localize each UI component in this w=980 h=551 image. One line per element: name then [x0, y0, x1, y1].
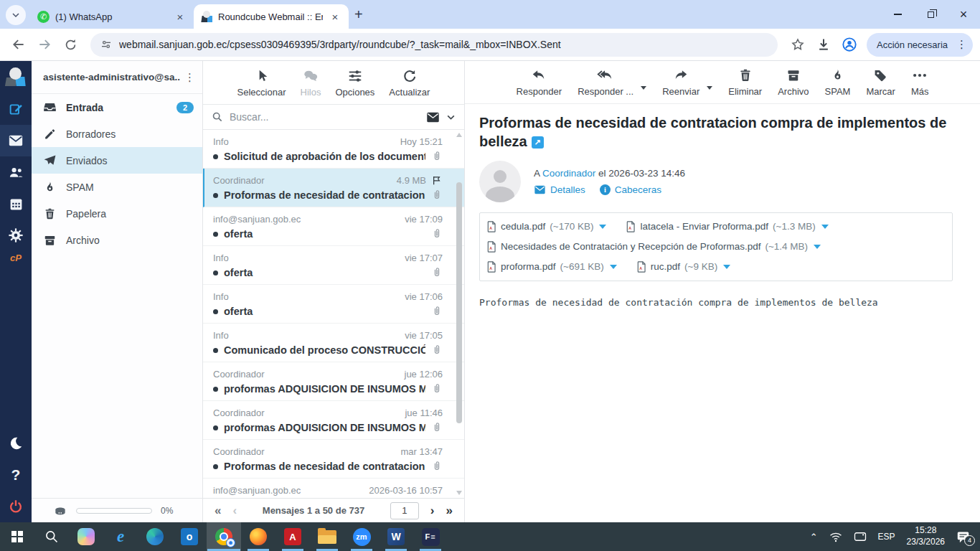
scroll-up-icon[interactable]: [456, 133, 462, 137]
folder-spam[interactable]: SPAM: [32, 174, 202, 200]
action-needed-button[interactable]: Acción necesaria ⋮: [867, 33, 973, 57]
attachment-ruc[interactable]: A ruc.pdf (~9 KB): [637, 257, 730, 277]
copilot-button[interactable]: [69, 522, 103, 551]
message-row[interactable]: info@sanjuan.gob.ec2026-03-16 10:57: [203, 479, 464, 498]
message-row[interactable]: Coordinadorjue 11:46 proformas ADQUISICI…: [203, 401, 464, 440]
start-button[interactable]: [0, 522, 34, 551]
reload-button[interactable]: [59, 33, 82, 56]
window-restore-button[interactable]: [914, 0, 947, 29]
tab-roundcube[interactable]: Roundcube Webmail :: Enviados ×: [194, 4, 349, 29]
window-close-button[interactable]: ×: [947, 0, 980, 29]
folder-papelera[interactable]: Papelera: [32, 200, 202, 227]
file-explorer-button[interactable]: [310, 522, 344, 551]
profile-button[interactable]: [838, 33, 861, 56]
hidden-icons-button[interactable]: ⌃: [810, 532, 818, 542]
outlook-button[interactable]: o: [172, 522, 207, 551]
tab-close-icon[interactable]: ×: [329, 11, 341, 23]
meet-now-icon[interactable]: [854, 532, 867, 542]
contacts-nav-button[interactable]: [0, 156, 32, 188]
search-scope-envelope-icon[interactable]: [426, 112, 440, 123]
taskbar-search-button[interactable]: [34, 522, 69, 551]
chrome-button[interactable]: ☻: [207, 522, 241, 551]
message-row[interactable]: Infovie 17:05 Comunicado del proceso CON…: [203, 324, 464, 362]
prev-page-button[interactable]: ‹: [232, 504, 237, 518]
details-link[interactable]: Detalles: [534, 184, 585, 195]
compose-button[interactable]: [0, 93, 32, 125]
last-page-button[interactable]: »: [446, 504, 453, 518]
message-row-selected[interactable]: Coordinador4.9 MB Proformas de necesidad…: [203, 169, 464, 207]
window-minimize-button[interactable]: [881, 0, 914, 29]
list-scrollbar[interactable]: [456, 131, 463, 496]
first-page-button[interactable]: «: [215, 504, 221, 518]
delete-button[interactable]: Eliminar: [728, 67, 762, 97]
folder-entrada[interactable]: Entrada 2: [32, 94, 202, 121]
forward-button[interactable]: Reenviar: [662, 67, 699, 97]
options-button[interactable]: Opciones: [335, 68, 374, 98]
scroll-down-icon[interactable]: [456, 491, 462, 495]
forward-dropdown-icon[interactable]: [707, 86, 712, 90]
message-row[interactable]: Infovie 17:07 oferta: [203, 246, 464, 285]
more-button[interactable]: Más: [911, 67, 929, 97]
folder-borradores[interactable]: Borradores: [32, 121, 202, 147]
message-row[interactable]: Coordinadorjue 12:06 proformas ADQUISICI…: [203, 362, 464, 401]
reply-all-dropdown-icon[interactable]: [641, 86, 646, 90]
reply-all-button[interactable]: Responder ...: [578, 67, 633, 97]
folder-archivo[interactable]: Archivo: [32, 227, 202, 253]
logout-button[interactable]: [0, 491, 32, 522]
forward-button[interactable]: [33, 33, 56, 56]
dark-mode-button[interactable]: [0, 428, 32, 459]
message-row[interactable]: InfoHoy 15:21 Solicitud de aprobación de…: [203, 130, 464, 169]
firefox-button[interactable]: [241, 522, 275, 551]
mail-nav-button[interactable]: [0, 125, 32, 156]
wifi-icon[interactable]: [829, 532, 842, 542]
attachment-menu-icon[interactable]: [814, 245, 821, 249]
attachment-cedula[interactable]: A cedula.pdf (~170 KB): [487, 217, 606, 237]
internet-explorer-button[interactable]: e: [103, 522, 138, 551]
calendar-nav-button[interactable]: [0, 188, 32, 220]
account-menu-icon[interactable]: ⋮: [184, 71, 195, 84]
zoom-button[interactable]: zm: [344, 522, 379, 551]
taskbar-clock[interactable]: 15:28 23/3/2026: [907, 525, 945, 547]
account-header[interactable]: asistente-administrativo@sa... ⋮: [32, 61, 202, 94]
url-bar[interactable]: webmail.sanjuan.gob.ec/cpsess0309469395/…: [90, 33, 778, 57]
attachment-proforma[interactable]: A proforma.pdf (~691 KB): [487, 257, 617, 277]
new-tab-button[interactable]: +: [354, 6, 363, 23]
attachment-menu-icon[interactable]: [821, 225, 829, 229]
message-row[interactable]: info@sanjuan.gob.ecvie 17:09 oferta: [203, 207, 464, 246]
reply-button[interactable]: Responder: [517, 67, 562, 97]
scrollbar-thumb[interactable]: [456, 182, 462, 423]
attachment-menu-icon[interactable]: [599, 225, 606, 229]
tab-whatsapp[interactable]: ✆ (1) WhatsApp ×: [30, 4, 194, 29]
attachment-latacela[interactable]: A latacela - Enviar Proforma.pdf (~1.3 M…: [626, 217, 828, 237]
help-button[interactable]: ?: [0, 459, 32, 491]
next-page-button[interactable]: ›: [430, 504, 435, 518]
fes-app-button[interactable]: F≡: [413, 522, 448, 551]
language-indicator[interactable]: ESP: [878, 532, 895, 542]
tab-search-button[interactable]: [6, 5, 26, 25]
spam-button[interactable]: SPAM: [825, 67, 851, 97]
archive-button[interactable]: Archivo: [778, 67, 809, 97]
threads-button[interactable]: Hilos: [301, 68, 321, 98]
page-number-input[interactable]: [390, 502, 419, 519]
recipient-link[interactable]: Coordinador: [542, 168, 595, 179]
word-button[interactable]: W: [379, 522, 413, 551]
tab-close-icon[interactable]: ×: [174, 11, 187, 23]
browser-menu-icon[interactable]: ⋮: [956, 38, 967, 51]
attachment-necesidades[interactable]: A Necesidades de Contratación y Recepció…: [487, 237, 821, 257]
refresh-button[interactable]: Actualizar: [389, 68, 430, 98]
attachment-menu-icon[interactable]: [723, 265, 730, 269]
downloads-button[interactable]: [812, 33, 835, 56]
attachment-menu-icon[interactable]: [610, 265, 617, 269]
search-input[interactable]: [230, 111, 420, 123]
headers-link[interactable]: i Cabeceras: [600, 184, 661, 195]
bookmark-button[interactable]: [786, 33, 809, 56]
mark-button[interactable]: Marcar: [866, 67, 895, 97]
search-options-chevron-icon[interactable]: [446, 113, 456, 122]
notifications-button[interactable]: 4: [956, 531, 970, 543]
open-in-new-window-icon[interactable]: ↗: [532, 136, 544, 149]
back-button[interactable]: [7, 33, 30, 56]
message-row[interactable]: Coordinadormar 13:47 Proformas de necesi…: [203, 440, 464, 479]
message-row[interactable]: Infovie 17:06 oferta: [203, 285, 464, 324]
folder-enviados[interactable]: Enviados: [32, 147, 202, 174]
select-button[interactable]: Seleccionar: [237, 68, 286, 98]
